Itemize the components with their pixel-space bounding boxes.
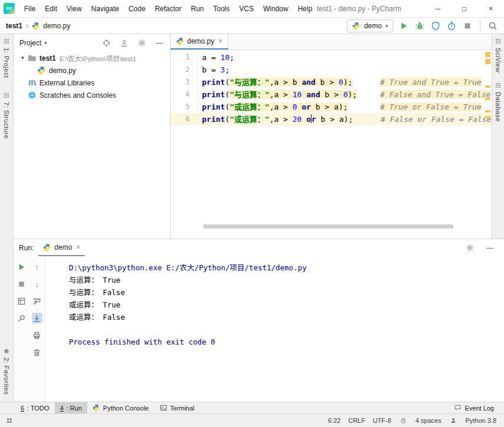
inspection-indicator[interactable] <box>485 52 490 57</box>
up-stack-trace-button[interactable]: ↑ <box>32 262 42 272</box>
close-button[interactable]: × <box>478 0 504 17</box>
tree-item-external-libraries[interactable]: External Libraries <box>14 77 170 89</box>
database-icon <box>495 82 502 89</box>
run-config-combo[interactable]: demo ▾ <box>347 19 393 32</box>
scroll-to-end-button[interactable] <box>32 313 42 323</box>
run-with-coverage-button[interactable] <box>430 21 441 31</box>
tool-button-terminal[interactable]: Terminal <box>154 402 200 413</box>
collapse-all-button[interactable] <box>120 38 129 48</box>
close-tab-icon[interactable]: × <box>76 243 80 251</box>
tool-button-todo[interactable]: 6: TODO <box>15 402 55 413</box>
tree-item-scratches-and-consoles[interactable]: Scratches and Consoles <box>14 89 170 101</box>
search-everywhere-icon[interactable] <box>488 21 498 31</box>
menu-tools[interactable]: Tools <box>208 0 234 17</box>
code-line-5[interactable]: 5print("或运算：",a > 0 or b > a); # True or… <box>171 101 492 113</box>
tool-button-database[interactable]: Database <box>495 82 502 122</box>
tab-demo-py[interactable]: demo.py × <box>171 34 228 49</box>
python-icon <box>37 66 46 75</box>
menu-edit[interactable]: Edit <box>40 0 62 17</box>
mnemonic: 4 <box>60 405 64 412</box>
code-line-2[interactable]: 2b = 3; <box>171 64 492 76</box>
maximize-button[interactable]: □ <box>451 0 478 17</box>
print-button[interactable] <box>32 330 42 340</box>
locate-file-button[interactable] <box>102 38 111 48</box>
horizontal-scrollbar[interactable] <box>198 223 483 230</box>
down-stack-trace-button[interactable]: ↓ <box>32 279 42 289</box>
code-token: a = <box>202 53 220 62</box>
warning-stripe-mark[interactable] <box>485 116 490 118</box>
menu-vcs[interactable]: VCS <box>234 0 258 17</box>
code-line-3[interactable]: 3print("与运算：",a > b and b > 0); # True a… <box>171 76 492 88</box>
menu-window[interactable]: Window <box>258 0 293 17</box>
chevron-down-icon: ▾ <box>385 23 388 29</box>
project-settings-icon[interactable] <box>137 38 147 48</box>
tool-button-run[interactable]: 4: Run <box>55 402 87 413</box>
project-panel-actions: — <box>102 38 164 48</box>
profiler-button[interactable] <box>446 21 457 31</box>
tool-window-switcher-icon[interactable] <box>5 416 14 425</box>
tool-button-label: : Run <box>67 405 82 412</box>
inspection-indicator[interactable] <box>485 59 490 64</box>
hide-panel-button[interactable]: — <box>155 38 164 48</box>
warning-stripe-mark[interactable] <box>485 110 490 112</box>
bottom-bar-right: Event Log <box>449 402 499 413</box>
python-interpreter[interactable]: Python 3.8 <box>465 417 496 424</box>
clear-console-button[interactable] <box>32 347 42 358</box>
tool-button-favorites[interactable]: 2: Favorites <box>3 347 10 395</box>
editor-tab-bar: demo.py × <box>171 34 492 50</box>
breadcrumb-file[interactable]: demo.py <box>32 22 70 30</box>
line-separator[interactable]: CRLF <box>348 417 365 424</box>
debug-button[interactable] <box>415 21 425 31</box>
tree-item-demo-py[interactable]: demo.py <box>14 64 170 77</box>
code-text: print("或运算：",a > 20 or b > a); # False o… <box>198 113 491 125</box>
hide-run-panel-button[interactable]: — <box>485 243 495 253</box>
menu-run[interactable]: Run <box>186 0 208 17</box>
tool-button-python-console[interactable]: Python Console <box>87 402 154 413</box>
code-line-1[interactable]: 1a = 10; <box>171 51 492 64</box>
code-line-4[interactable]: 4print("与运算：",a > 10 and b > 0); # False… <box>171 88 492 101</box>
readonly-lock-icon[interactable] <box>399 416 407 425</box>
file-encoding[interactable]: UTF-8 <box>373 417 391 424</box>
warning-stripe-mark[interactable] <box>485 85 490 88</box>
code-line-6[interactable]: 6print("或运算：",a > 20 or b > a); # False … <box>171 113 492 125</box>
menu-file[interactable]: File <box>19 0 40 17</box>
soft-wrap-button[interactable] <box>32 296 42 306</box>
menu-code[interactable]: Code <box>124 0 150 17</box>
console-line: 或运算： True <box>69 299 502 311</box>
run-settings-icon[interactable] <box>465 243 475 253</box>
inspections-icon[interactable] <box>449 416 457 425</box>
menu-refactor[interactable]: Refactor <box>150 0 186 17</box>
breadcrumb-project[interactable]: test1 <box>6 22 22 30</box>
restore-layout-button[interactable] <box>16 296 26 306</box>
rerun-button[interactable] <box>16 262 26 272</box>
code-token <box>357 90 380 99</box>
menu-help[interactable]: Help <box>293 0 317 17</box>
python-icon <box>43 243 51 251</box>
menu-view[interactable]: View <box>62 0 87 17</box>
run-console[interactable]: D:\python3\python.exe E:/农大/Python/项目/te… <box>45 256 504 402</box>
warning-stripe-mark[interactable] <box>485 98 490 100</box>
scrollbar-thumb[interactable] <box>203 224 453 229</box>
indent-setting[interactable]: 4 spaces <box>415 417 441 424</box>
code-token: b > <box>320 90 343 99</box>
tool-button-event-log[interactable]: Event Log <box>449 402 499 413</box>
code-token: # True or False = True <box>380 102 482 111</box>
minimize-button[interactable]: ─ <box>425 0 451 17</box>
tree-item-test1[interactable]: ▼test1E:\农大\Python\项目\test1 <box>14 52 170 64</box>
code-text: print("与运算：",a > b and b > 0); # True an… <box>198 76 482 88</box>
close-tab-icon[interactable]: × <box>218 37 223 45</box>
project-view-selector[interactable]: Project ▾ <box>19 39 47 47</box>
stop-button[interactable] <box>16 279 26 289</box>
tool-button-structure[interactable]: 7: Structure <box>3 92 10 139</box>
tool-button-project[interactable]: 1: Project <box>3 38 10 78</box>
stop-button[interactable] <box>462 21 473 31</box>
pin-tab-button[interactable] <box>16 313 26 323</box>
tool-button-sciview[interactable]: SciView <box>495 38 502 72</box>
caret-position[interactable]: 6:22 <box>328 417 340 424</box>
run-tab-demo[interactable]: demo × <box>38 239 85 256</box>
code-token: ,a > <box>270 90 293 99</box>
run-button[interactable] <box>399 21 409 31</box>
error-stripe <box>484 50 492 239</box>
code-editor[interactable]: 1a = 10;2b = 3;3print("与运算：",a > b and b… <box>171 50 492 239</box>
menu-navigate[interactable]: Navigate <box>87 0 124 17</box>
